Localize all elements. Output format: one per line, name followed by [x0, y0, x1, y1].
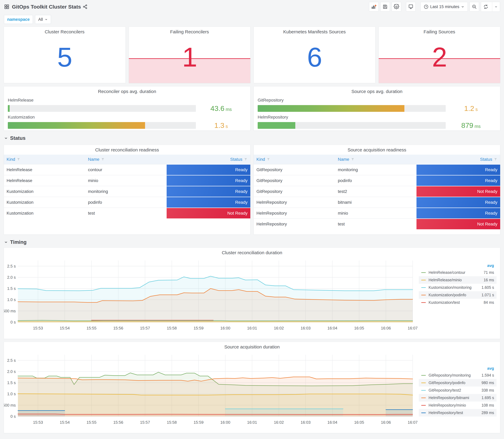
svg-text:15:57: 15:57 [140, 420, 150, 425]
cell-name: monitoring [85, 186, 167, 197]
svg-text:500 ms: 500 ms [4, 309, 16, 313]
filter-funnel-icon [267, 158, 270, 161]
time-range-label: Last 15 minutes [430, 4, 459, 9]
legend-item[interactable]: GitRepository/monitoring1.594 s [419, 372, 496, 379]
cell-name: podinfo [85, 197, 167, 207]
table-row: HelmReleasecontourReady [4, 164, 250, 175]
cell-kind: GitRepository [254, 186, 335, 197]
gauge-row: HelmRepository879ms [258, 115, 496, 130]
zoom-out-button[interactable] [469, 2, 479, 12]
panel-title[interactable]: Cluster Reconcilers [4, 27, 125, 34]
panel-title[interactable]: Failing Sources [379, 27, 500, 34]
gauge-fill-bar [8, 122, 145, 129]
gauge-panel: Reconciler ops avg. durationHelmRelease4… [4, 86, 250, 131]
add-panel-button[interactable] [369, 2, 379, 12]
chevron-down-icon [4, 240, 8, 244]
panel-title[interactable]: Failing Reconcilers [129, 27, 250, 34]
legend-item[interactable]: HelmRepository/minio108 ms [419, 402, 496, 409]
chart-plot-area[interactable]: 0 s500 ms1.0 s1.5 s2.0 s2.5 s15:5315:541… [4, 349, 420, 432]
save-dashboard-button[interactable] [380, 2, 390, 12]
gauge-line: 879ms [258, 121, 496, 130]
column-header-status[interactable]: Status [417, 157, 500, 162]
legend-avg-header[interactable]: avg [419, 262, 496, 269]
legend-item[interactable]: Kustomization/test84 ms [419, 299, 496, 306]
variable-namespace-label[interactable]: namespace [4, 15, 33, 24]
section-status[interactable]: Status [0, 131, 504, 144]
gauge-fill-bar [258, 122, 295, 129]
cell-name: minio [85, 175, 167, 186]
legend-item[interactable]: HelmRepository/test289 ms [419, 409, 496, 416]
legend-series-name: HelmRelease/contour [429, 270, 476, 275]
legend-series-swatch [421, 383, 426, 383]
dashboard-header: GitOps Toolkit Cluster Stats [0, 0, 504, 12]
svg-text:16:01: 16:01 [247, 326, 257, 330]
refresh-interval-button[interactable] [492, 2, 500, 12]
legend-series-swatch [421, 413, 426, 413]
cell-kind: GitRepository [254, 164, 335, 175]
page-title: GitOps Toolkit Cluster Stats [12, 4, 81, 10]
svg-text:16:06: 16:06 [381, 420, 391, 425]
legend-series-avg: 289 ms [476, 411, 494, 415]
panel-title[interactable]: Source ops avg. duration [254, 86, 500, 94]
status-badge: Ready [417, 164, 500, 175]
gauge-value-unit: ms [226, 107, 232, 112]
filter-funnel-icon [17, 158, 20, 161]
share-icon[interactable] [83, 4, 88, 9]
legend-series-swatch [421, 390, 426, 391]
table-row: HelmRepositoryminioReady [254, 207, 500, 219]
legend-item[interactable]: Kustomization/monitoring1.605 s [419, 284, 496, 291]
svg-text:16:01: 16:01 [247, 420, 257, 425]
table-row: HelmReleaseminioReady [4, 175, 250, 186]
chevron-down-icon [461, 5, 465, 9]
filter-funnel-icon [244, 158, 247, 161]
gauge-track [8, 122, 196, 129]
legend-avg-header[interactable]: avg [419, 365, 496, 372]
variable-namespace-value[interactable]: All [35, 15, 51, 24]
legend-series-swatch [421, 272, 426, 273]
gauge-panel: Source ops avg. durationGitRepository1.2… [254, 86, 500, 131]
cell-name: minio [335, 207, 417, 219]
legend-series-avg: 1.605 s [476, 285, 494, 290]
legend-item[interactable]: HelmRelease/contour71 ms [419, 269, 496, 276]
legend-series-avg: 1.594 s [476, 373, 494, 378]
column-header-name[interactable]: Name [85, 157, 167, 162]
panel-title[interactable]: Kubernetes Manifests Sources [254, 27, 375, 34]
column-header-kind[interactable]: Kind [254, 157, 335, 162]
column-header-status[interactable]: Status [167, 157, 250, 162]
chart-plot-area[interactable]: 0 s500 ms1.0 s1.5 s2.0 s2.5 s15:5315:541… [4, 254, 420, 338]
legend-series-swatch [421, 287, 426, 288]
column-header-label: Name [88, 157, 99, 162]
dashboard-toolbar: Last 15 minutes [369, 2, 500, 12]
legend-item[interactable]: HelmRelease/minio16 ms [419, 276, 496, 284]
section-timing[interactable]: Timing [0, 235, 504, 247]
time-range-picker[interactable]: Last 15 minutes [420, 2, 468, 12]
panel-title[interactable]: Reconciler ops avg. duration [4, 86, 250, 94]
gauge-row: Kustomization1.3s [8, 115, 246, 130]
status-badge: Not Ready [167, 207, 250, 219]
dashboard-grid-icon[interactable] [4, 4, 10, 10]
legend-item[interactable]: HelmRepository/bitnami1.695 s [419, 394, 496, 402]
svg-text:15:56: 15:56 [113, 420, 123, 425]
stat-panel: Failing Sources2 [379, 27, 501, 83]
gauge-value-unit: s [475, 107, 478, 112]
column-header-kind[interactable]: Kind [4, 157, 85, 162]
dashboard-settings-button[interactable] [392, 2, 401, 12]
column-header-name[interactable]: Name [335, 157, 417, 162]
panel-title[interactable]: Source acquisition readiness [254, 145, 500, 153]
refresh-button[interactable] [481, 2, 491, 12]
legend-series-swatch [421, 295, 426, 295]
legend-item[interactable]: GitRepository/test2338 ms [419, 387, 496, 394]
legend-item[interactable]: Kustomization/podinfo1.071 s [419, 291, 496, 299]
gauge-line: 1.2s [258, 104, 496, 113]
gauge-line: 1.3s [8, 121, 246, 130]
panel-title[interactable]: Source acquisition duration [4, 342, 500, 350]
legend-item[interactable]: GitRepository/podinfo980 ms [419, 379, 496, 387]
cycle-view-button[interactable] [406, 2, 416, 12]
panel-title[interactable]: Cluster reconciliation readiness [4, 145, 250, 153]
table-row: KustomizationpodinfoReady [4, 197, 250, 207]
gauge-fill-bar [8, 105, 10, 112]
status-badge: Ready [417, 207, 500, 219]
cell-name: monitoring [335, 164, 417, 175]
panel-title[interactable]: Cluster reconciliation duration [4, 248, 500, 255]
legend-series-swatch [421, 280, 426, 280]
